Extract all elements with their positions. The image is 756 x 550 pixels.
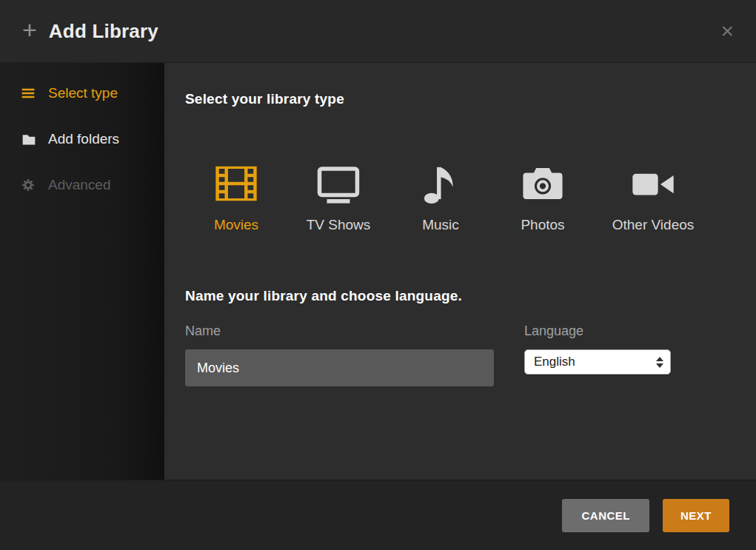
name-field-group: Name [185, 323, 494, 386]
dialog-body: Select type Add folders [0, 63, 756, 480]
video-camera-icon [630, 153, 676, 207]
camera-icon [520, 153, 566, 207]
type-section-title: Select your library type [185, 91, 756, 107]
name-label: Name [185, 323, 494, 339]
music-note-icon [418, 153, 464, 207]
language-select-value: English [534, 355, 575, 369]
name-section-title: Name your library and choose language. [185, 288, 756, 304]
sidebar-item-label: Add folders [48, 131, 119, 147]
library-fields: Name Language English [185, 323, 756, 386]
sidebar-item-label: Advanced [48, 177, 111, 193]
dialog-title: Add Library [49, 20, 158, 43]
dialog-header: + Add Library × [0, 0, 756, 63]
gear-icon [21, 178, 39, 192]
library-type-music[interactable]: Music [389, 153, 492, 233]
language-field-group: Language English [524, 323, 671, 386]
sidebar-item-advanced[interactable]: Advanced [0, 162, 164, 208]
library-type-photos[interactable]: Photos [492, 153, 594, 233]
dialog-footer: CANCEL NEXT [0, 480, 756, 550]
library-type-label: Photos [521, 217, 564, 233]
library-type-label: Other Videos [612, 217, 695, 233]
plus-icon: + [22, 17, 37, 42]
library-type-label: TV Shows [307, 217, 371, 233]
library-type-other-videos[interactable]: Other Videos [594, 153, 712, 233]
sidebar-item-label: Select type [48, 85, 118, 101]
film-icon [213, 153, 259, 207]
main-content: Select your library type Movies [164, 63, 756, 480]
select-arrows-icon [656, 357, 670, 368]
library-type-label: Music [422, 217, 459, 233]
library-type-tv-shows[interactable]: TV Shows [287, 153, 389, 233]
add-library-dialog: + Add Library × Select type [0, 0, 756, 550]
sidebar-item-add-folders[interactable]: Add folders [0, 116, 164, 162]
language-select[interactable]: English [524, 349, 671, 375]
library-type-label: Movies [214, 217, 258, 233]
sidebar-item-select-type[interactable]: Select type [0, 70, 164, 116]
language-label: Language [524, 323, 671, 339]
library-type-movies[interactable]: Movies [185, 153, 287, 233]
close-icon[interactable]: × [720, 20, 734, 42]
folder-icon [21, 132, 39, 147]
library-type-list: Movies TV Shows [185, 153, 756, 233]
cancel-button[interactable]: CANCEL [562, 499, 649, 532]
sidebar: Select type Add folders [0, 63, 164, 480]
list-lines-icon [21, 86, 39, 101]
tv-icon [315, 153, 361, 207]
next-button[interactable]: NEXT [663, 499, 729, 532]
library-name-input[interactable] [185, 349, 494, 386]
